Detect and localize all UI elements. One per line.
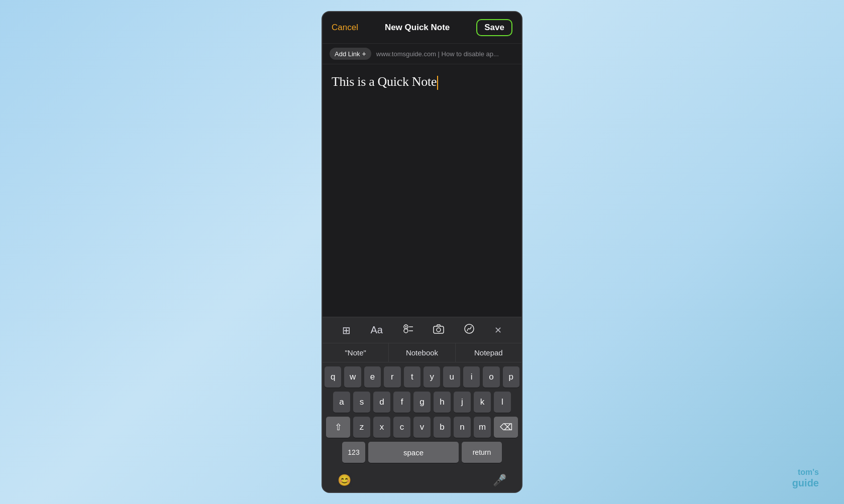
- autocomplete-notepad[interactable]: Notepad: [456, 343, 521, 362]
- markup-icon[interactable]: [464, 323, 475, 337]
- link-url-text: www.tomsguide.com | How to disable ap...: [376, 50, 499, 58]
- note-text: This is a Quick Note: [332, 73, 512, 90]
- autocomplete-notebook[interactable]: Notebook: [389, 343, 455, 362]
- close-toolbar-icon[interactable]: ✕: [494, 325, 502, 336]
- key-o[interactable]: o: [483, 366, 499, 388]
- keyboard-row-2: a s d f g h j k l: [325, 392, 519, 413]
- key-w[interactable]: w: [344, 366, 361, 388]
- key-y[interactable]: y: [424, 366, 440, 388]
- plus-icon: +: [362, 50, 366, 58]
- keyboard-row-1: q w e r t y u i o p: [325, 366, 519, 388]
- key-x[interactable]: x: [373, 417, 390, 438]
- checklist-icon[interactable]: [402, 323, 413, 337]
- svg-rect-5: [434, 326, 444, 333]
- svg-point-2: [405, 326, 406, 328]
- text-cursor: [437, 76, 438, 90]
- svg-point-6: [437, 328, 441, 332]
- space-key[interactable]: space: [368, 442, 459, 463]
- key-q[interactable]: q: [325, 366, 341, 388]
- link-bar: Add Link + www.tomsguide.com | How to di…: [323, 44, 521, 64]
- key-r[interactable]: r: [384, 366, 400, 388]
- bottom-bar: 😊 🎤: [323, 469, 521, 492]
- save-button[interactable]: Save: [476, 19, 512, 36]
- key-t[interactable]: t: [404, 366, 420, 388]
- numbers-key[interactable]: 123: [342, 442, 365, 463]
- key-m[interactable]: m: [474, 417, 491, 438]
- autocomplete-bar: "Note" Notebook Notepad: [323, 343, 521, 362]
- backspace-key[interactable]: ⌫: [494, 417, 518, 438]
- cancel-button[interactable]: Cancel: [332, 23, 358, 33]
- text-format-icon[interactable]: Aa: [370, 324, 382, 336]
- key-e[interactable]: e: [364, 366, 381, 388]
- key-g[interactable]: g: [413, 392, 431, 413]
- key-z[interactable]: z: [353, 417, 370, 438]
- key-s[interactable]: s: [353, 392, 370, 413]
- key-c[interactable]: c: [393, 417, 410, 438]
- key-k[interactable]: k: [474, 392, 491, 413]
- key-f[interactable]: f: [393, 392, 410, 413]
- phone-frame: Cancel New Quick Note Save Add Link + ww…: [322, 11, 522, 493]
- key-v[interactable]: v: [413, 417, 431, 438]
- keyboard-row-3: ⇧ z x c v b n m ⌫: [325, 417, 519, 438]
- add-link-button[interactable]: Add Link +: [330, 48, 371, 60]
- key-d[interactable]: d: [373, 392, 390, 413]
- key-n[interactable]: n: [454, 417, 471, 438]
- keyboard: q w e r t y u i o p a s d f g h j k l ⇧ …: [323, 362, 521, 469]
- shift-key[interactable]: ⇧: [326, 417, 350, 438]
- key-i[interactable]: i: [463, 366, 480, 388]
- key-a[interactable]: a: [333, 392, 350, 413]
- watermark-line2: guide: [792, 477, 819, 489]
- microphone-icon[interactable]: 🎤: [493, 474, 506, 487]
- autocomplete-note[interactable]: "Note": [323, 343, 389, 362]
- return-key[interactable]: return: [462, 442, 502, 463]
- key-p[interactable]: p: [503, 366, 519, 388]
- watermark: tom's guide: [792, 467, 819, 489]
- note-content-area[interactable]: This is a Quick Note: [323, 64, 521, 317]
- table-icon[interactable]: ⊞: [342, 324, 351, 336]
- emoji-icon[interactable]: 😊: [338, 474, 351, 487]
- keyboard-toolbar: ⊞ Aa ✕: [323, 317, 521, 343]
- watermark-line1: tom's: [792, 467, 819, 477]
- key-j[interactable]: j: [454, 392, 471, 413]
- add-link-label: Add Link: [335, 50, 360, 58]
- page-title: New Quick Note: [385, 23, 450, 33]
- key-b[interactable]: b: [434, 417, 451, 438]
- key-h[interactable]: h: [434, 392, 451, 413]
- svg-point-1: [404, 329, 408, 333]
- key-l[interactable]: l: [494, 392, 511, 413]
- camera-icon[interactable]: [433, 324, 444, 336]
- key-u[interactable]: u: [443, 366, 460, 388]
- keyboard-row-4: 123 space return: [325, 442, 519, 463]
- header: Cancel New Quick Note Save: [323, 12, 521, 44]
